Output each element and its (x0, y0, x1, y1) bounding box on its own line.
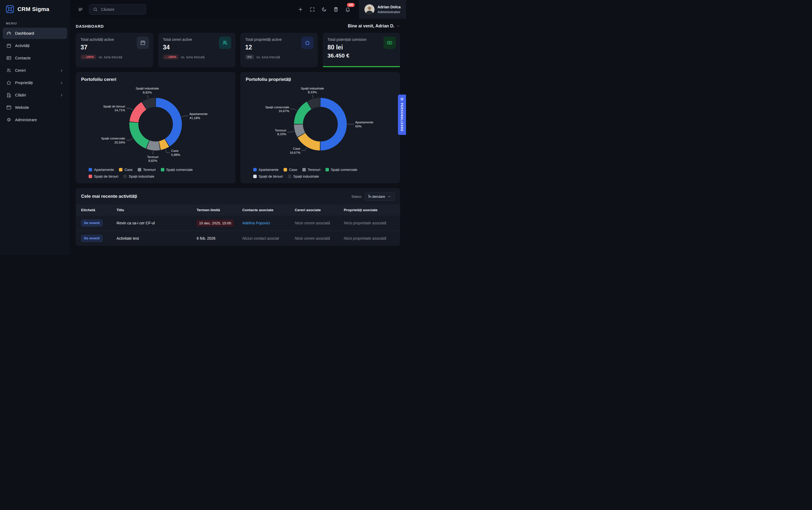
legend-item-spatii-de-birouri[interactable]: Spații de birouri (253, 174, 283, 178)
sidebar-item-cladiri[interactable]: Clădiri (3, 89, 67, 101)
legend-label: Terenuri (143, 168, 156, 172)
stat-compare-text: vs. luna trecută (98, 55, 122, 59)
brand[interactable]: CRM Sigma (0, 0, 70, 18)
plus-button[interactable] (296, 5, 305, 14)
activities-table-head: EtichetăTitluTermen limităContacte asoci… (76, 204, 400, 216)
calculator-icon (333, 7, 339, 12)
hamburger-button[interactable] (76, 5, 85, 14)
legend-swatch (89, 168, 92, 171)
sidebar-item-label: Administrare (15, 118, 37, 122)
donut-segment-case[interactable] (302, 136, 320, 146)
gear-icon: ⚙ (400, 97, 404, 101)
donut-segment-spatii-de-birouri[interactable] (134, 106, 144, 122)
column-header-termen-limita: Termen limită (197, 208, 239, 212)
expand-button[interactable] (308, 5, 317, 14)
legend-item-apartamente[interactable]: Apartamente (253, 168, 278, 172)
brand-name: CRM Sigma (18, 6, 49, 12)
browser-icon (6, 105, 11, 110)
legend-swatch (288, 175, 291, 178)
portofoliu-proprietati-donut[interactable]: Apartamente50%Case16,67%Terenuri8,33%Spa… (246, 83, 395, 166)
legend-item-spatii-comerciale[interactable]: Spații comerciale (326, 168, 357, 172)
donut-chart-proprietati: Apartamente50%Case16,67%Terenuri8,33%Spa… (246, 83, 395, 166)
stat-change-badge: ↓-100% (163, 55, 179, 59)
legend-label: Apartamente (259, 168, 278, 172)
donut-label-apartamente: Apartamente41,18% (189, 112, 208, 119)
sidebar-item-cereri[interactable]: Cereri (3, 65, 67, 76)
legend-item-case[interactable]: Case (283, 168, 297, 172)
chevron-down-icon (396, 24, 400, 28)
donut-segment-apartamente[interactable] (320, 103, 342, 146)
personalize-tab[interactable]: ⚙ PERSONALIZARE (398, 94, 406, 135)
stat-card-total-proprietati-active: Total proprietăți active120%vs. luna tre… (240, 33, 318, 67)
table-row[interactable]: De revenitRevin ca sa-i cer CF-ul10 dec.… (76, 216, 400, 231)
legend-label: Case (124, 168, 132, 172)
user-name: Adrian Dolca (378, 5, 401, 10)
personalize-label: PERSONALIZARE (400, 103, 403, 132)
sidebar-item-administrare[interactable]: ⚙Administrare (3, 114, 67, 125)
main-content: DASHBOARD Bine ai venit, Adrian D. Total… (70, 19, 406, 255)
legend-swatch (326, 168, 329, 171)
donut-label-terenuri: Terenuri8,82% (147, 155, 159, 162)
label-callout-line (291, 109, 297, 111)
donut-segment-spatii-industriale[interactable] (310, 103, 320, 105)
legend-item-spatii-comerciale[interactable]: Spații comerciale (161, 168, 193, 172)
label-callout-line (312, 95, 313, 98)
expand-icon (310, 7, 315, 12)
chart-title-proprietati: Portofoliu proprietăți (246, 77, 395, 82)
donut-segment-terenuri[interactable] (298, 124, 301, 135)
donut-segment-spatii-comerciale[interactable] (298, 105, 309, 124)
column-header-cereri-asociate: Cereri asociate (295, 208, 341, 212)
donut-segment-terenuri[interactable] (148, 145, 159, 146)
status-select[interactable]: În derulare (365, 192, 395, 201)
portofoliu-cereri-donut[interactable]: Apartamente41,18%Case5,88%Terenuri8,82%S… (81, 83, 230, 166)
sidebar-item-dashboard[interactable]: Dashboard (3, 28, 67, 39)
moon-button[interactable] (320, 5, 328, 14)
label-callout-line (182, 116, 188, 117)
sidebar-item-website[interactable]: Website (3, 102, 67, 113)
donut-segment-case[interactable] (160, 143, 167, 146)
donut-label-spatii-industriale: Spații industriale8,82% (136, 87, 159, 94)
legend-label: Case (289, 168, 297, 172)
stat-meta: 0%vs. luna trecută (245, 55, 313, 59)
column-header-contacte-asociate: Contacte asociate (242, 208, 291, 212)
legend-item-case[interactable]: Case (119, 168, 132, 172)
chevron-down-icon (388, 195, 391, 199)
charts-row: Portofoliu cereri Apartamente41,18%Case5… (76, 72, 400, 183)
stat-meta: ↓-100%vs. luna trecută (163, 55, 231, 59)
gear-icon: ⚙ (6, 117, 11, 122)
legend-item-terenuri[interactable]: Terenuri (302, 168, 320, 172)
home-icon (6, 80, 11, 85)
donut-label-case: Case5,88% (171, 149, 180, 156)
calculator-button[interactable] (332, 5, 340, 14)
donut-segment-spatii-comerciale[interactable] (134, 122, 147, 145)
sidebar-item-contacte[interactable]: Contacte (3, 52, 67, 64)
table-row[interactable]: De revenitActivitate test6 feb. 2026Nici… (76, 231, 400, 246)
donut-segment-apartamente[interactable] (156, 103, 177, 142)
donut-label-terenuri: Terenuri8,33% (275, 129, 286, 136)
user-menu[interactable]: Adrian Dolca Administrator (359, 0, 406, 19)
sidebar-item-proprietati[interactable]: Proprietăți (3, 77, 67, 88)
bell-button[interactable]: 125 (343, 5, 352, 14)
notification-badge: 125 (347, 3, 355, 7)
arrow-down-icon: ↓ (165, 55, 167, 59)
chart-card-proprietati: Portofoliu proprietăți Apartamente50%Cas… (240, 72, 400, 183)
legend-item-apartamente[interactable]: Apartamente (89, 168, 114, 172)
legend-item-spatii-industriale[interactable]: Spații industriale (123, 174, 154, 178)
welcome-dropdown[interactable]: Bine ai venit, Adrian D. (348, 24, 400, 28)
activities-header: Cele mai recente activități Status: În d… (81, 192, 395, 201)
hamburger-icon (78, 7, 83, 12)
sidebar-item-label: Contacte (15, 56, 31, 60)
donut-segment-spatii-industriale[interactable] (145, 103, 155, 106)
contact-link[interactable]: Adelina Popovici (242, 221, 270, 225)
legend-item-terenuri[interactable]: Terenuri (138, 168, 156, 172)
legend-item-spatii-industriale[interactable]: Spații industriale (288, 174, 319, 178)
cash-icon (384, 36, 396, 49)
search-box[interactable] (89, 4, 146, 15)
stat-accent-bar (323, 66, 400, 67)
legend-item-spatii-de-birouri[interactable]: Spații de birouri (89, 174, 118, 178)
status-value: În derulare (368, 195, 385, 199)
search-input[interactable] (100, 7, 143, 12)
chevron-right-icon (60, 68, 64, 73)
sidebar-item-activitati[interactable]: Activități (3, 40, 67, 51)
stat-meta: ↓-100%vs. luna trecută (81, 55, 149, 59)
